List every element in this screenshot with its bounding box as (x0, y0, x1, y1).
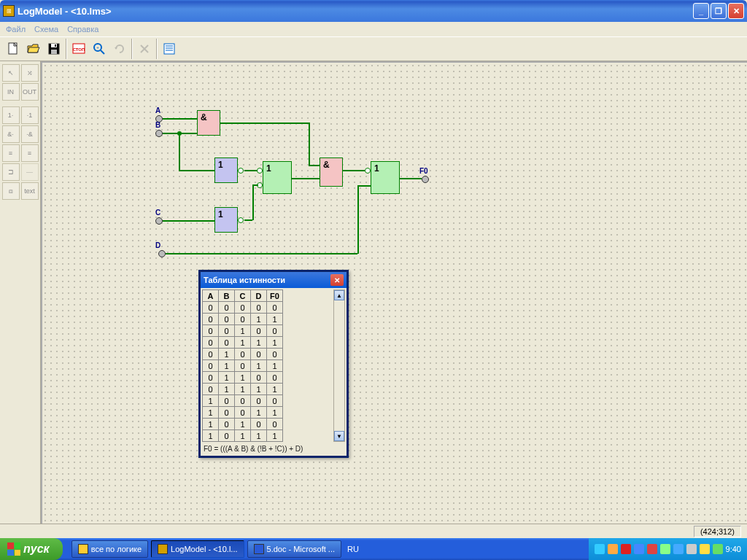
wire (244, 170, 258, 171)
tray-clock[interactable]: 9:40 (726, 545, 741, 553)
truth-table-scrollbar[interactable]: ▲ ▼ (333, 289, 345, 442)
list-button[interactable] (159, 39, 179, 59)
save-button[interactable] (44, 39, 64, 59)
palette-not-right[interactable]: ·1 (21, 106, 39, 124)
scroll-down-button[interactable]: ▼ (334, 431, 344, 441)
menu-schema[interactable]: Схема (34, 25, 58, 34)
input-port-b[interactable] (155, 130, 163, 137)
palette-move[interactable]: ⤮ (21, 64, 39, 82)
input-port-d[interactable] (158, 250, 166, 257)
system-tray[interactable]: 9:40 (589, 538, 747, 560)
wire (357, 185, 371, 187)
table-row: 01100 (203, 372, 283, 384)
svg-line-8 (101, 50, 104, 54)
stop-button[interactable]: СТОП (69, 39, 89, 59)
tray-icon[interactable] (673, 544, 684, 554)
taskbar-item-folder[interactable]: все по логике (71, 540, 148, 558)
taskbar-item-word[interactable]: 5.doc - Microsoft ... (247, 540, 342, 558)
wire (179, 170, 214, 171)
menu-help[interactable]: Справка (67, 25, 98, 34)
svg-text:+: + (96, 45, 99, 50)
tray-icon[interactable] (660, 544, 670, 554)
refresh-button (109, 39, 130, 59)
window-titlebar: ⊞ LogModel - <10.lms> _ ❐ ✕ (0, 0, 747, 22)
wire (343, 170, 365, 171)
palette-compound3[interactable]: ⊐ (2, 163, 20, 181)
table-row: 00000 (203, 302, 283, 314)
menu-file[interactable]: Файл (6, 25, 26, 34)
input-label-b: B (155, 121, 160, 129)
input-label-c: C (155, 209, 160, 217)
truth-table: ABCDF0 000000001100100001110100001011011… (202, 289, 283, 442)
gate-not-b[interactable]: 1 (214, 158, 238, 183)
palette-out[interactable]: OUT (21, 83, 39, 101)
circuit-canvas[interactable]: A B C D & 1 1 1 & 1 F0 (41, 61, 747, 524)
start-button[interactable]: пуск (0, 538, 63, 560)
word-icon (254, 544, 264, 554)
zoom-button[interactable]: + (89, 39, 109, 59)
palette-text[interactable]: text (21, 182, 39, 200)
truth-table-header: A (203, 290, 219, 302)
truth-table-header: C (235, 290, 251, 302)
truth-table-close-button[interactable]: ✕ (330, 274, 344, 286)
gate-or2[interactable]: 1 (371, 161, 400, 194)
table-row: 01111 (203, 384, 283, 395)
tray-icon[interactable] (700, 544, 710, 554)
palette-not-left[interactable]: 1· (2, 106, 20, 124)
tray-icon[interactable] (634, 544, 644, 554)
maximize-button[interactable]: ❐ (711, 3, 727, 19)
gate-and2[interactable]: & (320, 158, 343, 187)
truth-table-titlebar[interactable]: Таблица истинности ✕ (201, 272, 347, 288)
palette-arrow[interactable]: ↖ (2, 64, 20, 82)
palette-and-right[interactable]: ·& (21, 125, 39, 143)
tray-icon[interactable] (713, 544, 723, 554)
wire (252, 184, 254, 220)
palette-compound4: — (21, 163, 39, 181)
palette-compound2[interactable]: ≡ (21, 144, 39, 162)
open-button[interactable] (23, 39, 44, 59)
input-port-c[interactable] (155, 217, 163, 225)
tray-icon[interactable] (595, 544, 605, 554)
tray-icon[interactable] (608, 544, 618, 554)
delete-button (134, 39, 155, 59)
wire (252, 184, 258, 186)
table-row: 10011 (203, 407, 283, 419)
close-button[interactable]: ✕ (728, 3, 744, 19)
table-row: 00100 (203, 325, 283, 337)
svg-text:СТОП: СТОП (73, 47, 85, 52)
palette-and-left[interactable]: &· (2, 125, 20, 143)
gate-and1[interactable]: & (197, 110, 220, 136)
wire (244, 219, 252, 221)
wire (357, 185, 359, 254)
truth-table-header: F0 (267, 290, 283, 302)
minimize-button[interactable]: _ (693, 3, 709, 19)
table-row: 10111 (203, 430, 283, 442)
input-label-a: A (155, 106, 160, 114)
gate-not-c[interactable]: 1 (214, 207, 238, 233)
table-row: 10000 (203, 395, 283, 407)
windows-logo-icon (7, 542, 20, 556)
wire (163, 220, 214, 222)
table-row: 01000 (203, 349, 283, 360)
status-coords: (424;312) (694, 526, 741, 537)
tray-icon-antivirus[interactable] (621, 544, 631, 554)
language-indicator[interactable]: RU (347, 545, 359, 553)
output-label: F0 (419, 167, 428, 175)
palette-segment[interactable]: ⧈ (2, 182, 20, 200)
truth-table-window[interactable]: Таблица истинности ✕ ABCDF0 000000001100… (198, 270, 349, 458)
tray-icon[interactable] (647, 544, 657, 554)
palette-compound1[interactable]: ≡ (2, 144, 20, 162)
truth-table-formula: F0 = (((A & B) & (!B + !C)) + D) (202, 442, 345, 454)
toolbar: СТОП + (0, 36, 747, 61)
wire (309, 122, 310, 165)
tray-icon[interactable] (686, 544, 697, 554)
svg-rect-12 (164, 44, 174, 54)
taskbar-item-logmodel[interactable]: LogModel - <10.l... (151, 540, 244, 558)
status-bar: (424;312) (0, 524, 747, 538)
palette-in[interactable]: IN (2, 83, 20, 101)
wire (163, 118, 197, 120)
gate-or1[interactable]: 1 (263, 161, 292, 194)
new-button[interactable] (3, 39, 23, 59)
output-port[interactable] (422, 176, 429, 183)
scroll-up-button[interactable]: ▲ (334, 290, 344, 300)
